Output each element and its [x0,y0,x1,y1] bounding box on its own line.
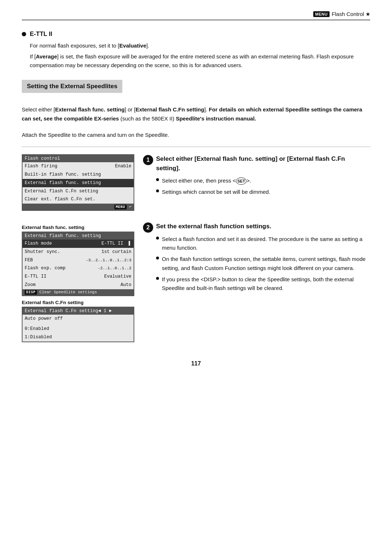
lcd1-row2-left: Built-in flash func. setting [25,171,101,178]
lcd3-row1-left: Auto power off [25,315,63,322]
lcd2-row3-left: FEB [25,257,33,264]
ettl-body: For normal flash exposures, set it to [E… [22,41,370,70]
lcd2-row1-left: Flash mode [25,240,52,247]
step2-heading: Set the external flash function settings… [156,222,370,231]
lcd1-row1-left: Flash firing [25,163,57,170]
lcd2-row2: Shutter sync. 1st curtain [23,248,134,256]
menu-icon-lcd: MENU [114,205,127,209]
disp-icon-lcd2: DISP [25,290,37,295]
lcd2-row1-right: E-TTL II ▌ [101,240,131,247]
lcd-screen-1: Flash control Flash firing Enable Built-… [22,154,134,211]
lcd2-row2-left: Shutter sync. [25,249,60,255]
lcd1-row3: External flash func. setting [23,179,134,187]
ext-func-label: External flash func. setting [22,225,134,230]
lcd2-row6: Zoom Auto [23,281,134,289]
step2-bullet3-text: If you press the <DISP.> button to clear… [162,275,370,293]
step2-bullet2: On the flash function settings screen, t… [156,255,370,273]
ext-flash-cfn-bold: External flash C.Fn setting [135,106,204,113]
lcd2-row3-right: -3..2..1..0..1..2:3 [86,257,131,263]
menu-icon: MENU [313,11,329,17]
step1-bullet2-text: Settings which cannot be set will be dim… [162,188,270,197]
ettl-para2: If [Average] is set, the flash exposure … [22,52,370,70]
ettl-para1: For normal flash exposures, set it to [E… [22,41,370,50]
step2-number: 2 [143,222,153,233]
lcd1-row5: Clear ext. flash C.Fn set. [23,195,134,204]
ext-flash-func-bold: External flash func. setting [55,106,125,113]
step1-heading: Select either [External flash func. sett… [156,154,370,173]
step2-row: 2 Set the external flash function settin… [143,222,370,295]
right-col-step1: 1 Select either [External flash func. se… [143,154,370,199]
step1-row: 1 Select either [External flash func. se… [143,154,370,199]
lcd-screen-3: External flash C.Fn setting◄ 1 ► Auto po… [22,307,134,342]
lcd2-row4: Flash exp. comp -2..1..0..1..2 [23,264,134,273]
lcd1-row2: Built-in flash func. setting [23,171,134,179]
bullet-icon-2 [156,189,159,192]
lcd2-row5: E-TTL II Evaluative [23,273,134,281]
header-title: Flash Control ★ [332,11,370,17]
page-number: 117 [22,360,370,367]
lcd1-row3-left: External flash func. setting [25,180,101,187]
two-col-step2: External flash func. setting External fl… [22,222,370,346]
ettl-title: E-TTL II [30,30,52,38]
lcd3-title: External flash C.Fn setting◄ 1 ► [23,307,134,315]
bullet-icon-s2-3 [156,277,159,280]
lcd-screen-2: External flash func. setting Flash mode … [22,232,134,296]
lcd2-row4-left: Flash exp. comp [25,265,66,272]
lcd3-row4-left: 1:Disabled [25,334,52,341]
lcd1-row4: External flash C.Fn setting [23,187,134,196]
two-col-step1: Flash control Flash firing Enable Built-… [22,154,370,214]
step1-body: Select either [External flash func. sett… [156,154,370,199]
header-bar: MENU Flash Control ★ [22,11,370,20]
ettl-section: E-TTL II For normal flash exposures, set… [22,30,370,70]
lcd3-row1: Auto power off [23,315,134,323]
right-col-step2: 2 Set the external flash function settin… [143,222,370,295]
lcd2-row5-right: Evaluative [104,273,131,280]
step1-bullet1-text: Select either one, then press <SET>. [162,176,251,185]
section-heading-container: Setting the External Speedlites [22,80,370,99]
bullet-icon-1 [156,178,159,181]
lcd2-row5-left: E-TTL II [25,273,46,280]
bullet-icon [22,32,26,36]
lcd2-title: External flash func. setting [23,232,134,240]
lcd3-row4: 1:Disabled [23,333,134,342]
lcd2-row4-right: -2..1..0..1..2 [98,265,131,271]
lcd2-row6-left: Zoom [25,282,36,289]
step2-bullet3: If you press the <DISP.> button to clear… [156,275,370,293]
step2-body: Set the external flash function settings… [156,222,370,295]
step1-number: 1 [143,155,153,165]
ettl-heading: E-TTL II [22,30,370,38]
average-bold: Average [36,53,57,60]
separator [22,147,370,147]
set-icon: SET [236,177,246,185]
ettl-para1-bold: Evaluative [119,42,146,49]
lcd3-row3: 0:Enabled [23,325,134,333]
lcd1-row5-left: Clear ext. flash C.Fn set. [25,196,95,203]
ext-cfn-label: External flash C.Fn setting [22,300,134,305]
lcd2-row3: FEB -3..2..1..0..1..2:3 [23,256,134,265]
bullet-icon-s2-1 [156,237,159,240]
lcd1-row4-left: External flash C.Fn setting [25,188,98,195]
left-col-step1: Flash control Flash firing Enable Built-… [22,154,134,214]
lcd3-row3-left: 0:Enabled [25,326,49,332]
main-body-1: Select either [External flash func. sett… [22,105,370,123]
instruction-bold: Speedlite's instruction manual. [176,115,256,122]
step2-bullet1-text: Select a flash function and set it as de… [162,235,370,253]
lcd1-row1-right: Enable [115,163,131,170]
lcd2-row1: Flash mode E-TTL II ▌ [23,240,134,248]
lcd2-footer: DISP Clear Speedlite settings [23,289,134,295]
lcd1-title: Flash control [23,155,134,162]
lcd2-row6-right: Auto [121,282,131,289]
step2-content: Select a flash function and set it as de… [156,235,370,293]
main-body-2: Attach the Speedlite to the camera and t… [22,131,370,140]
left-col-step2: External flash func. setting External fl… [22,222,134,346]
step1-bullet2: Settings which cannot be set will be dim… [156,188,370,197]
section-heading-box: Setting the External Speedlites [22,80,122,93]
step1-bullet1: Select either one, then press <SET>. [156,176,370,185]
page-wrapper: MENU Flash Control ★ E-TTL II For normal… [0,0,392,552]
step2-bullet2-text: On the flash function settings screen, t… [162,255,370,273]
lcd2-row2-right: 1st curtain [101,249,131,255]
lcd1-footer: MENU ↩ [23,204,134,210]
step2-bullet1: Select a flash function and set it as de… [156,235,370,253]
bullet-icon-s2-2 [156,257,159,259]
lcd1-row1: Flash firing Enable [23,162,134,171]
